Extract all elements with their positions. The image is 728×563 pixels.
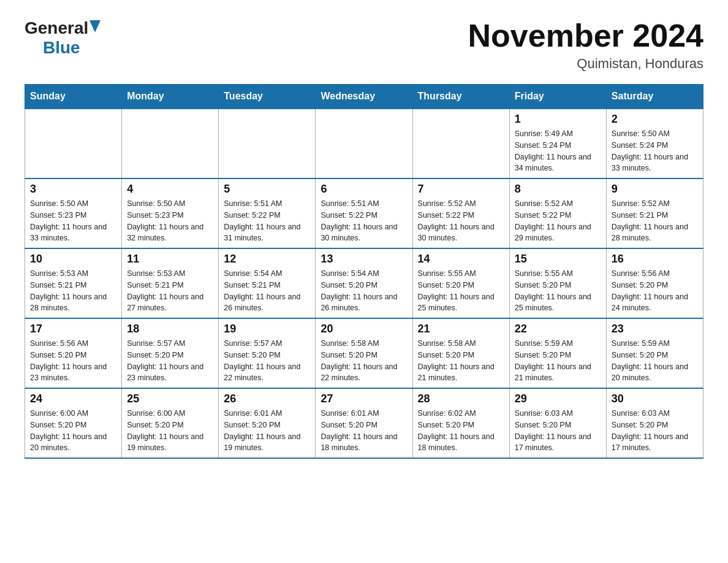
header-thursday: Thursday — [412, 85, 509, 109]
header-saturday: Saturday — [606, 85, 703, 109]
day-number-8: 8 — [515, 183, 601, 196]
cell-week4-day3: 20Sunrise: 5:58 AMSunset: 5:20 PMDayligh… — [316, 318, 412, 388]
cell-week1-day6: 2Sunrise: 5:50 AMSunset: 5:24 PMDaylight… — [606, 109, 703, 178]
day-info-15: Sunrise: 5:55 AMSunset: 5:20 PMDaylight:… — [515, 268, 601, 314]
day-info-4: Sunrise: 5:50 AMSunset: 5:23 PMDaylight:… — [127, 198, 213, 244]
cell-week5-day4: 28Sunrise: 6:02 AMSunset: 5:20 PMDayligh… — [412, 388, 509, 458]
day-info-1: Sunrise: 5:49 AMSunset: 5:24 PMDaylight:… — [515, 128, 601, 174]
day-number-29: 29 — [515, 393, 601, 405]
day-info-25: Sunrise: 6:00 AMSunset: 5:20 PMDaylight:… — [127, 408, 213, 454]
day-info-20: Sunrise: 5:58 AMSunset: 5:20 PMDaylight:… — [320, 338, 407, 384]
cell-week3-day0: 10Sunrise: 5:53 AMSunset: 5:21 PMDayligh… — [25, 248, 122, 318]
header-friday: Friday — [509, 85, 606, 109]
day-info-19: Sunrise: 5:57 AMSunset: 5:20 PMDaylight:… — [224, 338, 310, 384]
cell-week2-day0: 3Sunrise: 5:50 AMSunset: 5:23 PMDaylight… — [25, 178, 122, 248]
day-info-18: Sunrise: 5:57 AMSunset: 5:20 PMDaylight:… — [127, 338, 213, 384]
cell-week1-day4 — [412, 109, 509, 178]
day-number-10: 10 — [30, 253, 116, 266]
day-number-12: 12 — [224, 253, 310, 266]
day-info-6: Sunrise: 5:51 AMSunset: 5:22 PMDaylight:… — [320, 198, 407, 244]
day-info-14: Sunrise: 5:55 AMSunset: 5:20 PMDaylight:… — [418, 268, 504, 314]
logo: General Blue — [25, 18, 100, 58]
cell-week4-day2: 19Sunrise: 5:57 AMSunset: 5:20 PMDayligh… — [219, 318, 316, 388]
day-number-24: 24 — [30, 393, 116, 405]
cell-week5-day2: 26Sunrise: 6:01 AMSunset: 5:20 PMDayligh… — [219, 388, 316, 458]
cell-week3-day2: 12Sunrise: 5:54 AMSunset: 5:21 PMDayligh… — [219, 248, 316, 318]
logo-blue-text: Blue — [43, 38, 80, 58]
day-number-27: 27 — [320, 393, 407, 405]
day-info-30: Sunrise: 6:03 AMSunset: 5:20 PMDaylight:… — [612, 408, 698, 454]
cell-week3-day4: 14Sunrise: 5:55 AMSunset: 5:20 PMDayligh… — [412, 248, 509, 318]
day-number-15: 15 — [515, 253, 601, 266]
day-info-24: Sunrise: 6:00 AMSunset: 5:20 PMDaylight:… — [30, 408, 116, 454]
cell-week5-day3: 27Sunrise: 6:01 AMSunset: 5:20 PMDayligh… — [316, 388, 412, 458]
week-row-4: 17Sunrise: 5:56 AMSunset: 5:20 PMDayligh… — [25, 318, 703, 388]
day-number-26: 26 — [224, 393, 310, 405]
header-tuesday: Tuesday — [219, 85, 316, 109]
day-info-5: Sunrise: 5:51 AMSunset: 5:22 PMDaylight:… — [224, 198, 310, 244]
cell-week5-day1: 25Sunrise: 6:00 AMSunset: 5:20 PMDayligh… — [122, 388, 219, 458]
cell-week4-day1: 18Sunrise: 5:57 AMSunset: 5:20 PMDayligh… — [122, 318, 219, 388]
title-block: November 2024 Quimistan, Honduras — [468, 18, 703, 72]
cell-week4-day6: 23Sunrise: 5:59 AMSunset: 5:20 PMDayligh… — [606, 318, 703, 388]
day-number-21: 21 — [418, 323, 504, 335]
cell-week4-day0: 17Sunrise: 5:56 AMSunset: 5:20 PMDayligh… — [25, 318, 122, 388]
day-info-21: Sunrise: 5:58 AMSunset: 5:20 PMDaylight:… — [418, 338, 504, 384]
cell-week3-day6: 16Sunrise: 5:56 AMSunset: 5:20 PMDayligh… — [606, 248, 703, 318]
cell-week2-day6: 9Sunrise: 5:52 AMSunset: 5:21 PMDaylight… — [606, 178, 703, 248]
day-number-30: 30 — [612, 393, 698, 405]
day-info-22: Sunrise: 5:59 AMSunset: 5:20 PMDaylight:… — [515, 338, 601, 384]
month-title: November 2024 — [468, 18, 703, 53]
day-number-14: 14 — [418, 253, 504, 266]
header-sunday: Sunday — [25, 85, 122, 109]
day-info-3: Sunrise: 5:50 AMSunset: 5:23 PMDaylight:… — [30, 198, 116, 244]
day-info-28: Sunrise: 6:02 AMSunset: 5:20 PMDaylight:… — [418, 408, 504, 454]
day-number-28: 28 — [418, 393, 504, 405]
week-row-3: 10Sunrise: 5:53 AMSunset: 5:21 PMDayligh… — [25, 248, 703, 318]
week-row-2: 3Sunrise: 5:50 AMSunset: 5:23 PMDaylight… — [25, 178, 703, 248]
day-number-22: 22 — [515, 323, 601, 335]
cell-week1-day2 — [219, 109, 316, 178]
cell-week3-day5: 15Sunrise: 5:55 AMSunset: 5:20 PMDayligh… — [509, 248, 606, 318]
cell-week3-day1: 11Sunrise: 5:53 AMSunset: 5:21 PMDayligh… — [122, 248, 219, 318]
day-info-29: Sunrise: 6:03 AMSunset: 5:20 PMDaylight:… — [515, 408, 601, 454]
cell-week1-day5: 1Sunrise: 5:49 AMSunset: 5:24 PMDaylight… — [509, 109, 606, 178]
cell-week4-day4: 21Sunrise: 5:58 AMSunset: 5:20 PMDayligh… — [412, 318, 509, 388]
week-row-1: 1Sunrise: 5:49 AMSunset: 5:24 PMDaylight… — [25, 109, 703, 178]
day-number-11: 11 — [127, 253, 213, 266]
cell-week1-day3 — [316, 109, 412, 178]
header-wednesday: Wednesday — [316, 85, 412, 109]
day-number-25: 25 — [127, 393, 213, 405]
day-info-10: Sunrise: 5:53 AMSunset: 5:21 PMDaylight:… — [30, 268, 116, 314]
day-info-26: Sunrise: 6:01 AMSunset: 5:20 PMDaylight:… — [224, 408, 310, 454]
day-number-18: 18 — [127, 323, 213, 335]
cell-week4-day5: 22Sunrise: 5:59 AMSunset: 5:20 PMDayligh… — [509, 318, 606, 388]
cell-week2-day3: 6Sunrise: 5:51 AMSunset: 5:22 PMDaylight… — [316, 178, 412, 248]
cell-week2-day5: 8Sunrise: 5:52 AMSunset: 5:22 PMDaylight… — [509, 178, 606, 248]
calendar-table: SundayMondayTuesdayWednesdayThursdayFrid… — [25, 84, 703, 459]
day-number-20: 20 — [320, 323, 407, 335]
day-info-13: Sunrise: 5:54 AMSunset: 5:20 PMDaylight:… — [320, 268, 407, 314]
day-number-19: 19 — [224, 323, 310, 335]
day-info-7: Sunrise: 5:52 AMSunset: 5:22 PMDaylight:… — [418, 198, 504, 244]
logo-general-text: General — [25, 18, 88, 38]
day-info-17: Sunrise: 5:56 AMSunset: 5:20 PMDaylight:… — [30, 338, 116, 384]
day-number-13: 13 — [320, 253, 407, 266]
day-info-2: Sunrise: 5:50 AMSunset: 5:24 PMDaylight:… — [612, 128, 698, 174]
day-number-1: 1 — [515, 113, 601, 126]
day-info-27: Sunrise: 6:01 AMSunset: 5:20 PMDaylight:… — [320, 408, 407, 454]
logo-triangle-icon — [89, 20, 100, 35]
day-info-12: Sunrise: 5:54 AMSunset: 5:21 PMDaylight:… — [224, 268, 310, 314]
week-row-5: 24Sunrise: 6:00 AMSunset: 5:20 PMDayligh… — [25, 388, 703, 458]
day-number-16: 16 — [612, 253, 698, 266]
cell-week5-day6: 30Sunrise: 6:03 AMSunset: 5:20 PMDayligh… — [606, 388, 703, 458]
svg-marker-0 — [89, 20, 100, 33]
day-info-11: Sunrise: 5:53 AMSunset: 5:21 PMDaylight:… — [127, 268, 213, 314]
cell-week1-day1 — [122, 109, 219, 178]
cell-week1-day0 — [25, 109, 122, 178]
day-number-2: 2 — [612, 113, 698, 126]
cell-week2-day1: 4Sunrise: 5:50 AMSunset: 5:23 PMDaylight… — [122, 178, 219, 248]
cell-week2-day2: 5Sunrise: 5:51 AMSunset: 5:22 PMDaylight… — [219, 178, 316, 248]
day-info-23: Sunrise: 5:59 AMSunset: 5:20 PMDaylight:… — [612, 338, 698, 384]
day-number-23: 23 — [612, 323, 698, 335]
